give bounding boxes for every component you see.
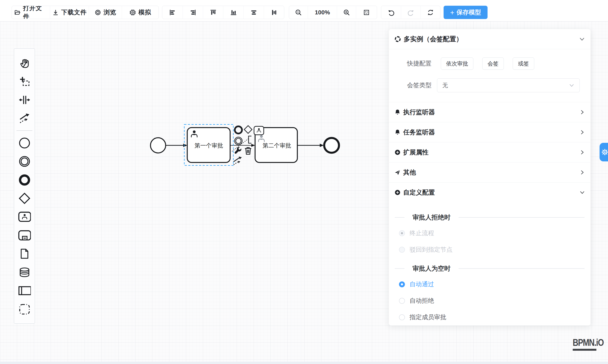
- start-event-icon: [19, 137, 30, 149]
- section-other[interactable]: 其他: [389, 162, 591, 182]
- intermediate-event-icon: [19, 156, 30, 167]
- preview-button[interactable]: 浏览: [89, 6, 122, 19]
- zoom-out-icon: [295, 9, 302, 16]
- history-button-group: [381, 6, 440, 19]
- section-execution-listener[interactable]: 执行监听器: [389, 102, 591, 122]
- bpmn-io-logo[interactable]: BPMN.iO: [573, 337, 604, 351]
- start-event-node[interactable]: [150, 138, 166, 153]
- fit-viewport-icon: [363, 9, 370, 16]
- palette-intermediate-event[interactable]: [18, 155, 31, 168]
- participant-icon: [18, 286, 31, 295]
- radio-checked-icon: [399, 281, 405, 287]
- plus-circle-icon: [394, 149, 401, 156]
- task-label: 第一个审批: [195, 143, 223, 149]
- radio-assign-member[interactable]: 指定成员审批: [399, 313, 591, 321]
- align-right-button[interactable]: [183, 6, 203, 19]
- data-object-icon: [20, 248, 29, 260]
- space-tool-icon: [19, 94, 30, 105]
- reset-button[interactable]: [421, 6, 440, 19]
- send-icon: [394, 169, 401, 176]
- palette-lasso-tool[interactable]: [18, 75, 31, 88]
- sign-type-value: 无: [442, 81, 569, 89]
- align-bottom-button[interactable]: [223, 6, 243, 19]
- append-text-annotation-icon[interactable]: [249, 136, 251, 143]
- fit-viewport-button[interactable]: [356, 6, 377, 19]
- palette-start-event[interactable]: [18, 137, 31, 149]
- lasso-icon: [19, 76, 30, 87]
- subprocess-icon: [18, 230, 31, 241]
- open-file-button[interactable]: 打开文件: [12, 6, 50, 19]
- sign-type-label: 会签类型: [389, 81, 432, 90]
- quick-config-label: 快捷配置: [389, 59, 432, 68]
- redo-button[interactable]: [401, 6, 421, 19]
- bpmn-palette: [14, 48, 35, 324]
- radio-unchecked-icon: [399, 314, 405, 320]
- zoom-out-button[interactable]: [289, 6, 308, 19]
- append-user-task-icon[interactable]: [254, 126, 264, 135]
- empty-group-divider: 审批人为空时: [395, 265, 584, 272]
- radio-terminate-process[interactable]: 终止流程: [399, 229, 591, 237]
- section-task-listener[interactable]: 任务监听器: [389, 122, 591, 142]
- quick-config-row: 快捷配置 依次审批 会签 或签: [389, 55, 591, 72]
- align-middle-button[interactable]: [243, 6, 264, 19]
- palette-group[interactable]: [18, 303, 31, 316]
- radio-auto-pass[interactable]: 自动通过: [399, 281, 591, 288]
- section-custom-config[interactable]: 自定义配置: [389, 182, 591, 202]
- properties-panel: 多实例（会签配置） 快捷配置 依次审批 会签 或签 会签类型 无 执行监听器 任…: [389, 29, 591, 325]
- align-center-button[interactable]: [264, 6, 284, 19]
- quick-option-sequential-button[interactable]: 依次审批: [441, 57, 473, 70]
- hand-icon: [19, 57, 30, 68]
- append-intermediate-event-icon[interactable]: [235, 137, 242, 145]
- settings-tab[interactable]: [600, 143, 608, 161]
- redo-icon: [407, 9, 414, 16]
- align-left-button[interactable]: [162, 6, 183, 19]
- append-end-event-icon[interactable]: [235, 126, 242, 133]
- radio-unchecked-disabled-icon: [399, 247, 405, 253]
- multi-instance-section-header[interactable]: 多实例（会签配置）: [389, 29, 591, 49]
- sign-type-row: 会签类型 无: [389, 78, 591, 92]
- download-file-button[interactable]: 下载文件: [50, 6, 89, 19]
- reject-group-divider: 审批人拒绝时: [395, 214, 584, 221]
- align-top-icon: [210, 9, 217, 16]
- align-top-button[interactable]: [203, 6, 223, 19]
- chevron-down-icon: [579, 36, 585, 42]
- palette-user-task[interactable]: [18, 210, 31, 223]
- quick-option-orsign-button[interactable]: 或签: [513, 57, 534, 70]
- palette-hand-tool[interactable]: [18, 56, 31, 69]
- palette-data-object[interactable]: [18, 247, 31, 260]
- palette-data-store[interactable]: [18, 266, 31, 279]
- align-right-icon: [189, 9, 197, 16]
- save-model-button[interactable]: + 保存模型: [444, 6, 488, 19]
- zoom-in-button[interactable]: [337, 6, 356, 19]
- sign-type-select[interactable]: 无: [437, 78, 580, 92]
- end-event-icon: [19, 174, 30, 186]
- end-event-node[interactable]: [324, 138, 339, 153]
- quick-option-countersign-button[interactable]: 会签: [482, 57, 504, 70]
- simulate-button[interactable]: 模拟: [122, 6, 159, 19]
- radio-auto-reject[interactable]: 自动拒绝: [399, 297, 591, 305]
- connect-icon: [19, 113, 30, 124]
- gateway-icon: [18, 192, 31, 205]
- undo-icon: [388, 9, 395, 16]
- multi-instance-loading-icon: [394, 36, 401, 42]
- chevron-down-icon: [580, 190, 585, 195]
- user-task-node-1[interactable]: 第一个审批: [187, 128, 230, 162]
- palette-space-tool[interactable]: [18, 93, 31, 106]
- align-bottom-icon: [230, 9, 237, 16]
- palette-end-event[interactable]: [18, 174, 31, 186]
- zoom-button-group: 100%: [289, 6, 377, 19]
- chevron-right-icon: [580, 109, 585, 115]
- palette-participant[interactable]: [18, 284, 31, 297]
- align-center-icon: [270, 9, 278, 16]
- radio-return-to-node[interactable]: 驳回到指定节点: [399, 246, 591, 254]
- empty-group-title: 审批人为空时: [412, 264, 450, 273]
- bell-icon: [394, 109, 401, 115]
- palette-subprocess[interactable]: [18, 229, 31, 242]
- zoom-in-icon: [343, 9, 350, 16]
- undo-button[interactable]: [381, 6, 401, 19]
- file-button-group: 打开文件 下载文件 浏览 模拟: [12, 6, 159, 19]
- palette-gateway[interactable]: [18, 192, 31, 205]
- section-extension-properties[interactable]: 扩展属性: [389, 142, 591, 162]
- palette-global-connect-tool[interactable]: [18, 112, 31, 125]
- canvas-bottom-strip: [0, 362, 608, 364]
